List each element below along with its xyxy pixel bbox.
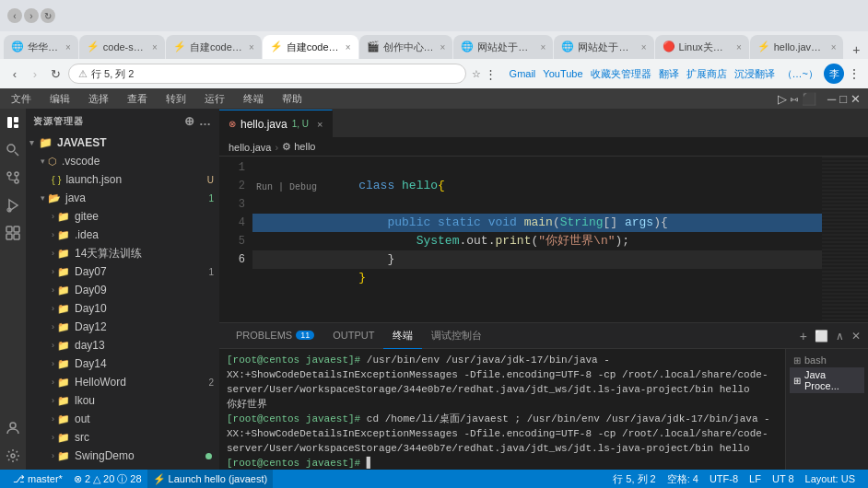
status-language[interactable]: UT 8 xyxy=(767,470,800,488)
tree-item-idea[interactable]: › 📁 .idea xyxy=(26,226,219,244)
tab-close-icon[interactable]: × xyxy=(249,42,254,52)
tree-item-day07[interactable]: › 📁 Day07 1 xyxy=(26,262,219,281)
nav-forward[interactable]: › xyxy=(28,66,42,81)
activity-run-debug[interactable] xyxy=(3,195,23,215)
terminal-output[interactable]: [root@centos javaest]# /usr/bin/env /usr… xyxy=(219,349,785,470)
tree-item-out[interactable]: › 📁 out xyxy=(26,410,219,428)
tree-item-gitee[interactable]: › 📁 gitee xyxy=(26,207,219,226)
run-button[interactable]: ▷ xyxy=(778,92,787,106)
add-terminal-icon[interactable]: + xyxy=(800,329,807,343)
tree-item-14days[interactable]: › 📁 14天算法训练 xyxy=(26,244,219,262)
tree-item-day13[interactable]: › 📁 day13 xyxy=(26,336,219,354)
browser-tab[interactable]: 🎬 创作中心-筋... × xyxy=(359,35,453,59)
terminal-bash[interactable]: ⊞ bash xyxy=(790,353,864,367)
back-button[interactable]: ‹ xyxy=(7,8,22,23)
maximize-panel-icon[interactable]: ✕ xyxy=(851,330,861,343)
run-hint[interactable]: Run | Debug xyxy=(256,179,317,197)
nav-refresh[interactable]: ↻ xyxy=(48,66,63,81)
menu-terminal[interactable]: 终端 xyxy=(240,92,267,106)
tab-close-icon[interactable]: × xyxy=(541,42,546,52)
menu-file[interactable]: 文件 xyxy=(7,92,35,106)
terminal-tab-debug-console[interactable]: 调试控制台 xyxy=(422,323,491,349)
new-file-icon[interactable]: ⊕ xyxy=(184,114,195,128)
tab-close-icon[interactable]: × xyxy=(346,42,351,52)
status-encoding[interactable]: UTF-8 xyxy=(704,470,744,488)
activity-source-control[interactable] xyxy=(3,168,23,188)
tree-item-tankwardemo[interactable]: › 📁 TankWarDemo xyxy=(26,465,219,470)
browser-tab[interactable]: 🌐 网站处于手机... × xyxy=(554,35,653,59)
browser-tab[interactable]: 🌐 华华管理 × xyxy=(4,35,78,59)
tab-close-icon[interactable]: × xyxy=(736,42,742,52)
browser-tab[interactable]: ⚡ 自建code-se... × xyxy=(166,35,262,59)
refresh-button[interactable]: ↻ xyxy=(41,8,55,23)
status-layout[interactable]: Layout: US xyxy=(800,470,861,488)
activity-settings[interactable] xyxy=(3,446,23,466)
activity-accounts[interactable] xyxy=(3,418,23,438)
browser-menu-icon[interactable]: ⋮ xyxy=(848,66,861,81)
status-position[interactable]: 行 5, 列 2 xyxy=(607,470,661,488)
menu-help[interactable]: 帮助 xyxy=(278,92,306,106)
new-tab-button[interactable]: + xyxy=(848,41,864,59)
terminal-tab-problems[interactable]: PROBLEMS 11 xyxy=(227,323,323,349)
new-folder-icon[interactable]: … xyxy=(199,114,212,128)
tree-item-day14[interactable]: › 📁 Day14 xyxy=(26,354,219,373)
terminal-tab-output[interactable]: OUTPUT xyxy=(323,323,383,349)
tree-item-java[interactable]: ▾ 📂 java 1 xyxy=(26,189,219,207)
close-panel-icon[interactable]: ∧ xyxy=(836,330,844,343)
status-launch[interactable]: ⚡ Launch hello (javaest) xyxy=(147,470,274,488)
menu-run[interactable]: 运行 xyxy=(201,92,229,106)
menu-selection[interactable]: 选择 xyxy=(85,92,112,106)
settings-icon[interactable]: ⋮ xyxy=(485,67,497,81)
tab-close-icon[interactable]: × xyxy=(440,42,445,52)
tab-close-icon[interactable]: × xyxy=(641,42,647,52)
window-max[interactable]: □ xyxy=(839,92,847,106)
tree-item-vscode[interactable]: ▾ ⬡ .vscode xyxy=(26,152,219,170)
split-terminal-icon[interactable]: ⬜ xyxy=(815,330,828,343)
tree-item-launch-json[interactable]: { } launch.json U xyxy=(26,170,219,189)
tree-root-javaest[interactable]: ▾ 📁 JAVAEST xyxy=(26,134,219,152)
tree-item-day12[interactable]: › 📁 Day12 xyxy=(26,318,219,336)
nav-back[interactable]: ‹ xyxy=(7,66,22,81)
address-input[interactable]: ⚠ 行 5, 列 2 xyxy=(68,64,466,84)
activity-explorer[interactable] xyxy=(3,112,23,133)
activity-search[interactable] xyxy=(3,140,23,160)
tab-close-icon[interactable]: × xyxy=(65,42,71,52)
breadcrumb-class[interactable]: ⚙ hello xyxy=(282,141,315,153)
browser-tab[interactable]: ⚡ hello.java - j... × xyxy=(750,35,844,59)
menu-view[interactable]: 查看 xyxy=(123,92,151,106)
immersive-link[interactable]: 沉浸翻译 xyxy=(734,67,775,81)
tree-item-lkou[interactable]: › 📁 lkou xyxy=(26,391,219,410)
status-eol[interactable]: LF xyxy=(744,470,767,488)
activity-extensions[interactable] xyxy=(3,223,23,243)
debug-button[interactable]: ⑅ xyxy=(791,92,798,106)
tree-item-src[interactable]: › 📁 src xyxy=(26,428,219,447)
youtube-link[interactable]: YouTube xyxy=(543,68,582,79)
browser-tab[interactable]: 🌐 网站处于手机... × xyxy=(453,35,553,59)
status-spaces[interactable]: 空格: 4 xyxy=(662,470,704,488)
tree-item-helloword[interactable]: › 📁 HelloWord 2 xyxy=(26,373,219,391)
more-link[interactable]: （…~） xyxy=(782,67,818,81)
tree-item-day09[interactable]: › 📁 Day09 xyxy=(26,281,219,299)
browser-tab[interactable]: ⚡ code-server × xyxy=(79,35,165,59)
tree-item-day10[interactable]: › 📁 Day10 xyxy=(26,299,219,318)
menu-goto[interactable]: 转到 xyxy=(162,92,190,106)
tab-close-icon[interactable]: × xyxy=(152,42,158,52)
terminal-java-process[interactable]: ⊞ Java Proce... xyxy=(790,367,864,393)
tab-close-icon[interactable]: × xyxy=(831,42,837,52)
window-min[interactable]: ─ xyxy=(827,92,836,106)
tab-close-icon[interactable]: × xyxy=(317,119,323,130)
profile-avatar[interactable]: 李 xyxy=(824,64,844,84)
sogou-link[interactable]: 收藏夹管理器 xyxy=(591,67,651,81)
bookmark-icon[interactable]: ☆ xyxy=(472,68,481,80)
window-close[interactable]: ✕ xyxy=(850,92,861,106)
editor-tab-hello-java[interactable]: ⊗ hello.java 1, U × xyxy=(219,110,333,137)
store-link[interactable]: 扩展商店 xyxy=(686,67,727,81)
expand-link[interactable]: 翻译 xyxy=(659,67,679,81)
code-editor[interactable]: 1 2 3 4 5 6 class hello{ xyxy=(219,157,822,322)
split-button[interactable]: ⬛ xyxy=(802,92,816,106)
browser-tab[interactable]: 🔴 Linux关闭语... × xyxy=(655,35,749,59)
menu-edit[interactable]: 编辑 xyxy=(46,92,74,106)
gmail-link[interactable]: Gmail xyxy=(510,68,536,79)
status-errors[interactable]: ⊗ 2 △ 20 ⓘ 28 xyxy=(68,470,147,488)
breadcrumb-file[interactable]: hello.java xyxy=(229,142,271,153)
